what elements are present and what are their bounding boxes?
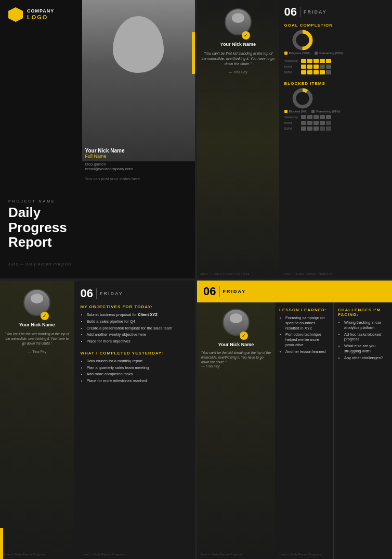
- list-item: Build a sales pipeline for Q4: [87, 319, 189, 324]
- lessons-title: LESSON LEARNED:: [279, 308, 329, 312]
- bottom-content: PROJECT NAME DailyProgressReport June — …: [0, 193, 195, 278]
- goal-progress-bars: Yesterday 04/06: [284, 59, 387, 76]
- panel2-quote-attr: — Tina Fey: [229, 70, 247, 74]
- full-name: Full Name: [85, 154, 141, 159]
- list-item: Ad hoc tasks blocked progress: [344, 332, 388, 342]
- email: email@yourcompany.com: [85, 167, 141, 171]
- panel4-footer: June — Daily Report Progress: [279, 553, 321, 556]
- svg-point-2: [294, 90, 311, 107]
- panel3-left-footer: June — Daily Report Progress: [3, 553, 45, 556]
- progress-row-0406: 04/06: [284, 65, 387, 69]
- mini-bars-yesterday: [301, 59, 331, 63]
- panel4-quote-area: "You can't be that kid standing at the t…: [197, 347, 275, 371]
- legend-remaining: Remaining (50%): [315, 52, 343, 55]
- date-number: 06: [284, 5, 297, 19]
- footer-date: June — Daily Report Progress: [8, 262, 187, 266]
- panel4-left-col: ✓ Your Nick Name "You can't be that kid …: [197, 302, 275, 559]
- date-separator: [300, 7, 300, 17]
- list-item: Add another weekly objective here: [87, 332, 189, 337]
- panel4-date-sep: [219, 286, 219, 297]
- panel2-nick-name: Your Nick Name: [220, 42, 256, 47]
- legend-dot-remaining: [315, 52, 318, 55]
- panel4-date-number: 06: [203, 285, 216, 298]
- panel4-checkmark: ✓: [240, 332, 248, 340]
- panel4-left-footer: June — Daily Report Progress: [200, 553, 242, 556]
- panel4-right-col: LESSON LEARNED: Focusing campaign on spe…: [275, 302, 392, 559]
- panel-1: COMPANY LOGO Your Nick Name Full Name Oc…: [0, 0, 195, 278]
- list-item: What else are you struggling with?: [344, 344, 388, 354]
- date-header: 06 FRIDAY: [284, 5, 387, 19]
- status: You can post your status here.: [85, 176, 141, 181]
- objectives-list: Submit business proposal for Client XYZ …: [81, 312, 189, 346]
- panel4-header: 06 FRIDAY: [197, 281, 392, 302]
- list-item: Another lesson learned: [285, 349, 329, 354]
- goal-completion-label: GOAL COMPLETION: [284, 23, 387, 28]
- panel3-nick-name: Your Nick Name: [19, 322, 55, 327]
- panel3-right-col: 06 FRIDAY MY OBJECTIVES FOR TODAY: Submi…: [74, 281, 195, 559]
- panel2-right-col: 06 FRIDAY GOAL COMPLETION Progress (50%)…: [279, 0, 393, 278]
- list-item: Create a presentation template for the s…: [87, 326, 189, 331]
- project-label: PROJECT NAME: [8, 199, 187, 203]
- challenges-section: CHALLENGES I'M FACING: Wrong tracking in…: [334, 302, 392, 559]
- blocked-items-section: BLOCKED ITEMS Blocked (9%) Remaining (91…: [284, 81, 387, 132]
- panel2-left-col: ✓ Your Nick Name "You can't be that kid …: [197, 0, 279, 278]
- panel-4: 06 FRIDAY ✓ Your Nick Name "You can't be…: [197, 281, 392, 559]
- panel2-left-footer: June — Daily Report Progress: [200, 272, 250, 275]
- list-item: Plan a quarterly sales team meeting: [87, 365, 189, 371]
- list-item: Data crunch for a monthly report: [87, 359, 189, 364]
- nick-name: Your Nick Name: [85, 148, 141, 154]
- panel3-left-col: ✓ Your Nick Name "You can't be that kid …: [0, 281, 74, 559]
- panel-2: ✓ Your Nick Name "You can't be that kid …: [197, 0, 392, 278]
- company-label: COMPANY: [27, 8, 54, 14]
- panel3-footer: June — Daily Report Progress: [82, 553, 124, 556]
- challenges-list: Wrong tracking in our analytics platform…: [338, 320, 388, 360]
- blocked-donut-chart: [284, 88, 321, 109]
- goal-donut-chart: [284, 30, 321, 50]
- list-item: Any other challenges?: [344, 355, 388, 361]
- list-item: Submit business proposal for Client XYZ: [87, 312, 189, 317]
- list-item: Place for more objectives: [87, 339, 189, 344]
- logo-label: LOGO: [27, 14, 54, 21]
- panel4-date-day: FRIDAY: [223, 289, 246, 294]
- panel4-bg: [197, 302, 275, 559]
- challenges-title: CHALLENGES I'M FACING:: [338, 308, 388, 317]
- legend-dot-progress: [284, 52, 288, 55]
- list-item: Pomodoro technique helped me be more pro…: [285, 332, 329, 347]
- panel4-quote: "You can't be that kid standing at the t…: [201, 350, 271, 364]
- blocked-legend: Blocked (9%) Remaining (91%): [284, 110, 387, 113]
- panel2-quote: "You can't be that kid standing at the t…: [197, 47, 279, 70]
- progress-row-yesterday: Yesterday: [284, 59, 387, 63]
- legend-progress: Progress (50%): [284, 52, 311, 55]
- panel3-date-number: 06: [81, 287, 93, 300]
- panel-3: ✓ Your Nick Name "You can't be that kid …: [0, 281, 195, 559]
- panel2-footer: June — Daily Report Progress: [283, 272, 332, 275]
- logo-area: COMPANY LOGO: [0, 0, 195, 29]
- panel3-date-header: 06 FRIDAY: [81, 287, 189, 300]
- panel4-quote-attr: — Tina Fey: [201, 364, 271, 368]
- blocked-label: BLOCKED ITEMS: [284, 81, 387, 86]
- lessons-list: Focusing campaign on specific countries …: [279, 315, 329, 354]
- yellow-accent-bar: [192, 32, 195, 74]
- occupation: Occupation: [85, 162, 141, 167]
- progress-row-0306: 03/06: [284, 70, 387, 74]
- goal-legend: Progress (50%) Remaining (50%): [284, 52, 387, 55]
- list-item: Wrong tracking in our analytics platform: [344, 320, 388, 331]
- panel3-date-sep: [96, 288, 97, 299]
- list-item: Add more completed tasks: [87, 372, 189, 377]
- objectives-title: MY OBJECTIVES FOR TODAY:: [81, 304, 189, 309]
- lessons-section: LESSON LEARNED: Focusing campaign on spe…: [275, 302, 334, 559]
- panel3-quote: "You can't be that kid standing at the t…: [0, 327, 74, 350]
- panel3-date-day: FRIDAY: [100, 291, 123, 296]
- logo-hexagon-icon: [8, 7, 23, 22]
- report-title: DailyProgressReport: [8, 205, 187, 250]
- list-item: Focusing campaign on specific countries …: [285, 315, 329, 331]
- panel4-nick-name: Your Nick Name: [218, 342, 254, 347]
- date-day: FRIDAY: [304, 9, 327, 15]
- list-item: Place for more milestones reached: [87, 378, 189, 384]
- completed-title: WHAT I COMPLETED YESTERDAY:: [81, 351, 189, 355]
- checkmark-badge: ✓: [242, 31, 250, 40]
- panel4-body: ✓ Your Nick Name "You can't be that kid …: [197, 302, 392, 559]
- completed-list: Data crunch for a monthly report Plan a …: [81, 359, 189, 385]
- panel3-quote-attr: — Tina Fey: [28, 350, 46, 353]
